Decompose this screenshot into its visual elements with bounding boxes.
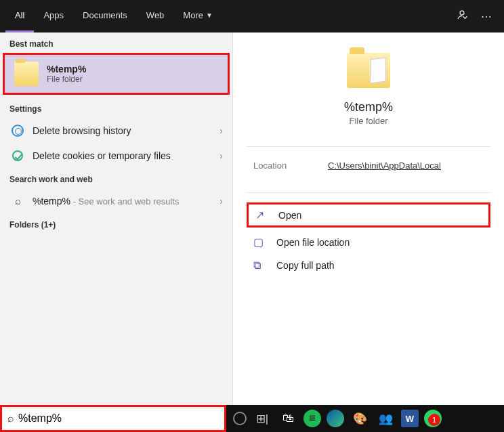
word-icon[interactable]: W <box>401 410 419 427</box>
divider <box>247 192 490 193</box>
search-input[interactable] <box>18 412 219 425</box>
teams-icon[interactable]: 👥 <box>375 408 396 429</box>
feedback-icon[interactable] <box>450 9 474 24</box>
preview-panel: %temp% File folder Location C:\Users\bin… <box>233 33 504 405</box>
location-link[interactable]: C:\Users\binit\AppData\Local <box>328 160 441 171</box>
more-options-icon[interactable]: ⋯ <box>474 10 499 23</box>
location-label: Location <box>253 160 328 171</box>
tab-more[interactable]: More▼ <box>173 0 222 33</box>
divider <box>247 146 490 147</box>
notification-badge: 1 <box>428 414 440 426</box>
search-web-heading: Search work and web <box>0 168 232 188</box>
tab-web[interactable]: Web <box>137 0 174 33</box>
chevron-right-icon: › <box>219 150 223 161</box>
action-open[interactable]: ↗ Open <box>247 202 490 228</box>
tab-documents[interactable]: Documents <box>73 0 137 33</box>
action-open-file-location[interactable]: ▢ Open file location <box>233 230 504 254</box>
search-icon: ⌕ <box>7 412 14 425</box>
chevron-down-icon: ▼ <box>206 12 213 19</box>
cortana-icon[interactable] <box>233 412 247 425</box>
action-copy-full-path[interactable]: ⧉ Copy full path <box>233 254 504 277</box>
search-web-item[interactable]: ⌕ %temp% - See work and web results › <box>0 188 232 213</box>
spotify-icon[interactable]: ≡ <box>303 410 321 427</box>
tab-apps[interactable]: Apps <box>34 0 73 33</box>
best-match-result[interactable]: %temp% File folder <box>3 53 230 95</box>
preview-title: %temp% <box>344 100 393 114</box>
task-view-icon[interactable]: ⊞| <box>252 408 272 429</box>
search-box[interactable]: ⌕ <box>0 405 226 432</box>
store-icon[interactable]: 🛍 <box>278 408 298 429</box>
settings-item-delete-history[interactable]: Delete browsing history › <box>0 118 232 144</box>
edge-icon[interactable] <box>327 410 344 427</box>
open-icon: ↗ <box>255 209 270 221</box>
globe-icon <box>9 125 26 137</box>
best-match-heading: Best match <box>0 33 232 53</box>
folder-large-icon <box>347 53 390 88</box>
settings-heading: Settings <box>0 98 232 118</box>
results-panel: Best match %temp% File folder Settings D… <box>0 33 233 405</box>
tab-all[interactable]: All <box>5 0 34 33</box>
whatsapp-icon[interactable]: ✆ 1 <box>424 410 442 427</box>
folder-open-icon: ▢ <box>253 236 268 249</box>
search-icon: ⌕ <box>9 195 26 207</box>
taskbar: ⊞| 🛍 ≡ 🎨 👥 W ✆ 1 <box>226 405 504 432</box>
paint-icon[interactable]: 🎨 <box>350 408 370 429</box>
settings-item-delete-cookies[interactable]: Delete cookies or temporary files › <box>0 144 232 168</box>
copy-icon: ⧉ <box>253 259 268 272</box>
preview-subtitle: File folder <box>349 116 387 126</box>
folders-heading[interactable]: Folders (1+) <box>0 213 232 236</box>
folder-icon <box>14 62 39 86</box>
chevron-right-icon: › <box>219 196 223 207</box>
best-match-subtitle: File folder <box>47 74 86 84</box>
cleanup-icon <box>9 150 26 161</box>
search-filter-tabs: All Apps Documents Web More▼ ⋯ <box>0 0 504 33</box>
best-match-title: %temp% <box>47 64 86 74</box>
chevron-right-icon: › <box>219 125 223 136</box>
svg-point-0 <box>460 11 464 15</box>
